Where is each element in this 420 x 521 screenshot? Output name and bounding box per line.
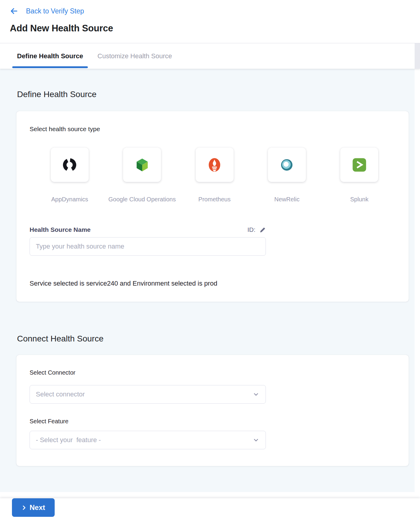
source-label-appdynamics: AppDynamics <box>33 196 106 203</box>
splunk-icon <box>351 157 367 173</box>
source-tile-newrelic[interactable] <box>268 148 306 182</box>
source-label-newrelic: NewRelic <box>251 196 323 203</box>
google-cloud-operations-icon <box>134 157 150 173</box>
source-label-prometheus: Prometheus <box>178 196 251 203</box>
id-label: ID: <box>247 226 255 233</box>
chevron-down-icon <box>253 437 259 443</box>
source-type-labels: AppDynamics Google Cloud Operations Prom… <box>33 196 396 203</box>
edit-id-button[interactable] <box>260 227 266 233</box>
back-to-verify-link[interactable]: Back to Verify Step <box>10 7 420 15</box>
scrollbar-rail[interactable] <box>415 69 420 492</box>
source-tile-google-cloud-operations[interactable] <box>123 148 161 182</box>
drawer-body: Define Health Source Select health sourc… <box>0 69 420 492</box>
source-label-google-cloud-operations: Google Cloud Operations <box>106 196 178 203</box>
prometheus-icon <box>206 157 223 173</box>
service-environment-text: Service selected is service240 and Envir… <box>30 280 396 287</box>
define-health-source-card: Select health source type <box>16 111 409 302</box>
back-arrow-icon <box>10 7 18 15</box>
source-tile-prometheus[interactable] <box>196 148 234 182</box>
source-type-tiles <box>33 148 396 182</box>
health-source-name-label: Health Source Name <box>30 226 91 233</box>
add-health-source-drawer: Back to Verify Step Add New Health Sourc… <box>0 0 420 521</box>
tab-define-health-source[interactable]: Define Health Source <box>12 43 88 69</box>
drawer-header: Back to Verify Step Add New Health Sourc… <box>0 0 420 43</box>
feature-select-value: - Select your feature - <box>36 436 101 444</box>
tabbar-corner <box>415 43 420 69</box>
connect-health-source-card: Select Connector Select connector Select… <box>16 355 409 466</box>
connect-section-heading: Connect Health Source <box>17 334 415 344</box>
select-type-label: Select health source type <box>30 125 396 133</box>
health-source-tabs: Define Health Source Customize Health So… <box>0 43 420 69</box>
next-chevron-icon <box>22 505 27 510</box>
chevron-down-icon <box>253 391 259 397</box>
next-button[interactable]: Next <box>12 498 55 517</box>
feature-select[interactable]: - Select your feature - <box>30 431 266 449</box>
drawer-content: Define Health Source Select health sourc… <box>0 69 415 492</box>
connector-select[interactable]: Select connector <box>30 385 266 404</box>
drawer-footer: Next <box>0 498 420 521</box>
next-button-label: Next <box>30 503 45 512</box>
select-connector-label: Select Connector <box>30 369 396 376</box>
source-label-splunk: Splunk <box>323 196 396 203</box>
id-wrap: ID: <box>247 226 266 233</box>
source-tile-splunk[interactable] <box>340 148 378 182</box>
select-feature-label: Select Feature <box>30 418 396 425</box>
health-source-name-row: Health Source Name ID: <box>30 226 266 233</box>
define-section-heading: Define Health Source <box>17 90 415 99</box>
appdynamics-icon <box>62 157 77 173</box>
newrelic-icon <box>279 157 295 173</box>
back-link-label: Back to Verify Step <box>26 7 84 15</box>
connector-select-value: Select connector <box>36 390 85 398</box>
tab-customize-health-source[interactable]: Customize Health Source <box>93 43 177 69</box>
health-source-name-input[interactable] <box>30 237 266 256</box>
page-title: Add New Health Source <box>10 23 420 34</box>
source-tile-appdynamics[interactable] <box>51 148 89 182</box>
pencil-icon <box>260 227 266 233</box>
